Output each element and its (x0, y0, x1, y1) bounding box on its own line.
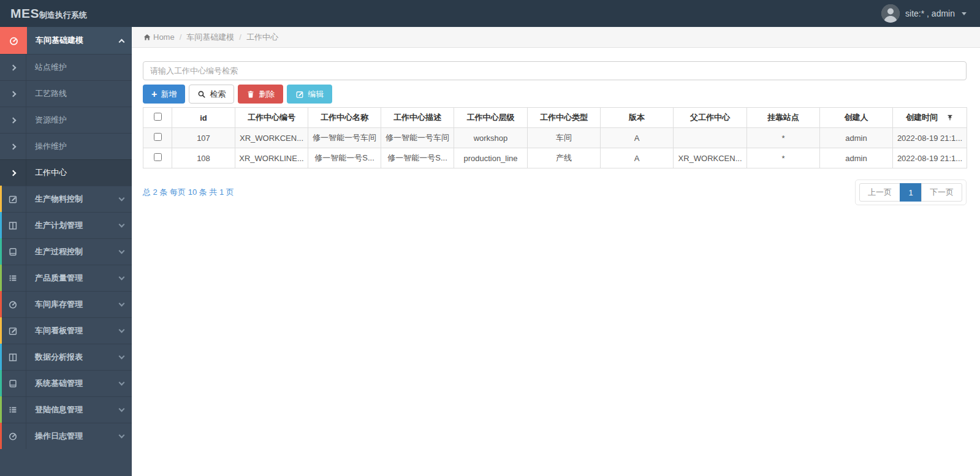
chevron-right-icon (10, 91, 16, 97)
breadcrumb-home-link[interactable]: Home (143, 32, 175, 42)
sidebar-group-operation-log[interactable]: 操作日志管理 (0, 423, 132, 449)
sidebar-item-label: 资源维护 (26, 107, 132, 133)
sidebar-group-data-analysis[interactable]: 数据分析报表 (0, 344, 132, 370)
sidebar-group-system-management[interactable]: 系统基础管理 (0, 370, 132, 396)
cell-version: A (601, 128, 674, 148)
sidebar-group-label: 车间库存管理 (26, 292, 111, 317)
group-accent-strip (0, 344, 2, 370)
row-checkbox[interactable] (154, 153, 162, 161)
column-header-code: 工作中心编号 (235, 108, 308, 128)
sidebar-group-inventory-management[interactable]: 车间库存管理 (0, 291, 132, 317)
cell-created-time: 2022-08-19 21:1... (893, 148, 967, 168)
sidebar-group-label: 生产物料控制 (26, 186, 111, 212)
sidebar-group-plan-management[interactable]: 生产计划管理 (0, 212, 132, 238)
app-logo-mes: MES (10, 6, 39, 21)
chevron-down-icon (118, 353, 124, 360)
sidebar-group-process-control[interactable]: 生产过程控制 (0, 238, 132, 265)
group-accent-strip (0, 238, 2, 265)
prev-page-button[interactable]: 上一页 (859, 183, 900, 202)
chevron-down-icon (118, 222, 124, 228)
breadcrumb-current: 工作中心 (246, 32, 278, 43)
group-accent-strip (0, 317, 2, 344)
chevron-up-icon (118, 39, 124, 45)
search-input[interactable] (143, 61, 967, 80)
sidebar-item-process-route[interactable]: 工艺路线 (0, 80, 132, 107)
group-accent-strip (0, 423, 2, 449)
delete-button-label: 删除 (259, 89, 275, 100)
cell-creator: admin (820, 148, 893, 168)
next-page-button[interactable]: 下一页 (921, 183, 962, 202)
add-button-label: 新增 (161, 89, 177, 100)
pin-icon[interactable] (946, 114, 954, 121)
app-logo-subtitle: 制造执行系统 (39, 10, 87, 21)
breadcrumb-level1[interactable]: 车间基础建模 (186, 32, 234, 43)
select-all-checkbox[interactable] (154, 113, 162, 121)
mes-application: MES 制造执行系统 site:* , admin 车间基础建模 站点维护 (0, 0, 980, 476)
list-icon (0, 397, 26, 423)
breadcrumb: Home / 车间基础建模 / 工作中心 (132, 27, 980, 48)
breadcrumb-separator: / (180, 32, 182, 42)
column-header-site: 挂靠站点 (747, 108, 820, 128)
group-accent-strip (0, 186, 2, 212)
sidebar-group-label: 生产计划管理 (26, 213, 111, 238)
sidebar-item-operation-maintenance[interactable]: 操作维护 (0, 133, 132, 159)
chevron-down-icon (118, 301, 124, 307)
sidebar-group-quality-management[interactable]: 产品质量管理 (0, 265, 132, 291)
add-button[interactable]: + 新增 (143, 85, 185, 104)
cell-created-time: 2022-08-19 21:1... (893, 128, 967, 148)
cell-parent (674, 128, 747, 148)
sidebar-item-resource-maintenance[interactable]: 资源维护 (0, 107, 132, 133)
cell-name: 修一智能一号车间 (308, 128, 381, 148)
sidebar-group-label: 登陆信息管理 (26, 397, 111, 423)
group-accent-strip (0, 396, 2, 423)
user-dropdown[interactable]: site:* , admin (881, 4, 980, 23)
edit-square-icon (0, 186, 26, 212)
chevron-down-icon (118, 248, 124, 254)
edit-button[interactable]: 编辑 (287, 85, 332, 104)
sidebar-item-label: 工作中心 (26, 160, 132, 186)
home-icon (143, 33, 151, 42)
column-header-version: 版本 (601, 108, 674, 128)
sidebar-group-workshop-modeling[interactable]: 车间基础建模 (0, 27, 132, 54)
group-accent-strip (0, 265, 2, 291)
cell-code: XR_WORKLINE... (235, 148, 308, 168)
page-1-button[interactable]: 1 (900, 183, 922, 202)
sidebar-item-work-center[interactable]: 工作中心 (0, 159, 132, 186)
column-header-creator: 创建人 (820, 108, 893, 128)
sidebar-group-label: 车间看板管理 (26, 318, 111, 344)
sidebar-group-material-control[interactable]: 生产物料控制 (0, 186, 132, 212)
edit-button-label: 编辑 (308, 89, 324, 100)
search-button[interactable]: 检索 (189, 85, 234, 104)
work-center-table: id 工作中心编号 工作中心名称 工作中心描述 工作中心层级 工作中心类型 版本… (143, 107, 967, 168)
main-content: Home / 车间基础建模 / 工作中心 + 新增 检 (132, 27, 980, 476)
pagination: 上一页 1 下一页 (855, 179, 967, 205)
cell-site: * (747, 128, 820, 148)
delete-button[interactable]: 删除 (238, 85, 283, 104)
sidebar-item-site-maintenance[interactable]: 站点维护 (0, 54, 132, 80)
app-logo: MES 制造执行系统 (0, 6, 87, 21)
sidebar-group-kanban-management[interactable]: 车间看板管理 (0, 317, 132, 344)
table-row[interactable]: 107 XR_WORKCEN... 修一智能一号车间 修一智能一号车间 work… (143, 128, 967, 148)
cell-version: A (601, 148, 674, 168)
cell-description: 修一智能一号车间 (381, 128, 454, 148)
cell-level: production_line (454, 148, 528, 168)
work-center-panel: + 新增 检索 删除 (132, 48, 980, 205)
chevron-down-icon (118, 274, 124, 281)
top-bar: MES 制造执行系统 site:* , admin (0, 0, 980, 27)
breadcrumb-home-label: Home (153, 32, 175, 42)
toolbar: + 新增 检索 删除 (143, 85, 967, 104)
cell-code: XR_WORKCEN... (235, 128, 308, 148)
column-header-level: 工作中心层级 (454, 108, 528, 128)
row-checkbox[interactable] (154, 133, 162, 141)
sidebar-group-login-info[interactable]: 登陆信息管理 (0, 396, 132, 423)
sidebar-item-label: 工艺路线 (26, 81, 132, 107)
column-header-created-time: 创建时间 (893, 108, 967, 128)
edit-icon (295, 90, 304, 99)
cell-description: 修一智能一号S... (381, 148, 454, 168)
cell-type: 车间 (528, 128, 601, 148)
sidebar-item-label: 站点维护 (26, 55, 132, 80)
sidebar-nav: 车间基础建模 站点维护 工艺路线 资源维护 操作维护 工作中心 (0, 27, 132, 476)
group-accent-strip (0, 291, 2, 317)
table-row[interactable]: 108 XR_WORKLINE... 修一智能一号S... 修一智能一号S...… (143, 148, 967, 168)
gauge-icon (0, 292, 26, 317)
